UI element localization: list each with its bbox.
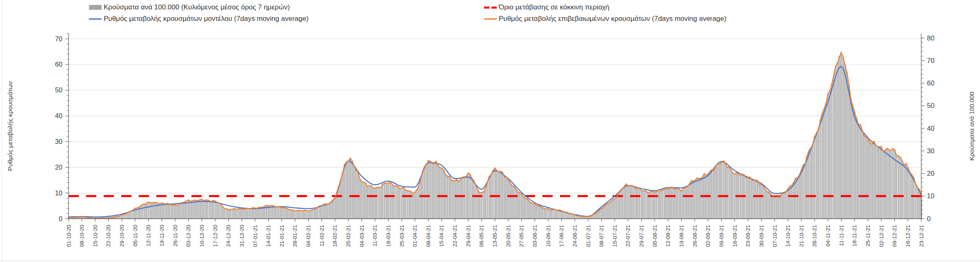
svg-text:23-09-21: 23-09-21 <box>745 225 751 247</box>
svg-text:10-12-20: 10-12-20 <box>199 225 205 247</box>
bars-series <box>68 52 922 219</box>
svg-text:22-10-20: 22-10-20 <box>105 225 111 247</box>
svg-text:15-04-21: 15-04-21 <box>438 225 444 247</box>
svg-text:17-06-21: 17-06-21 <box>558 225 564 247</box>
svg-text:30: 30 <box>55 138 62 145</box>
svg-text:0: 0 <box>927 215 931 222</box>
svg-text:28-10-21: 28-10-21 <box>811 225 818 247</box>
svg-text:26-11-20: 26-11-20 <box>172 225 178 246</box>
svg-text:29-10-20: 29-10-20 <box>119 225 125 247</box>
svg-text:08-07-21: 08-07-21 <box>598 225 604 247</box>
y-axis-left-title: Ρυθμός μεταβολής κρουσμάτων <box>7 81 13 171</box>
svg-text:07-01-21: 07-01-21 <box>252 225 258 247</box>
svg-text:05-11-20: 05-11-20 <box>132 225 138 246</box>
svg-text:10-06-21: 10-06-21 <box>545 225 551 247</box>
svg-text:27-05-21: 27-05-21 <box>518 225 524 247</box>
svg-text:18-02-21: 18-02-21 <box>332 225 338 247</box>
svg-text:01-10-20: 01-10-20 <box>66 225 72 247</box>
svg-text:31-12-20: 31-12-20 <box>239 225 245 247</box>
svg-text:08-10-20: 08-10-20 <box>79 225 85 247</box>
svg-text:11-03-21: 11-03-21 <box>372 225 378 246</box>
svg-text:23-12-21: 23-12-21 <box>918 225 924 247</box>
svg-text:60: 60 <box>927 79 934 87</box>
chart-figure: Κρούσματα ανά 100.000 (Κυλιόμενος μέσος … <box>0 0 980 262</box>
svg-text:10: 10 <box>927 192 934 199</box>
svg-text:20: 20 <box>927 170 934 177</box>
svg-text:17-12-20: 17-12-20 <box>212 225 218 247</box>
svg-text:03-12-20: 03-12-20 <box>185 225 191 247</box>
svg-text:13-05-21: 13-05-21 <box>492 225 498 247</box>
svg-text:24-12-20: 24-12-20 <box>225 225 231 247</box>
svg-text:12-08-21: 12-08-21 <box>665 225 671 247</box>
svg-text:21-01-21: 21-01-21 <box>279 225 285 247</box>
svg-text:25-02-21: 25-02-21 <box>345 225 351 247</box>
legend-item-cases-per-100k: Κρούσματα ανά 100.000 (Κυλιόμενος μέσος … <box>89 3 290 12</box>
svg-text:11-02-21: 11-02-21 <box>319 225 325 246</box>
svg-text:09-12-21: 09-12-21 <box>891 225 898 247</box>
svg-text:70: 70 <box>927 57 934 64</box>
svg-text:01-04-21: 01-04-21 <box>412 225 418 247</box>
legend-item-red-zone-threshold: Όριο μετάβασης σε κόκκινη περιοχή <box>484 3 609 12</box>
svg-text:15-07-21: 15-07-21 <box>612 225 618 247</box>
svg-text:28-01-21: 28-01-21 <box>292 225 298 247</box>
svg-text:02-09-21: 02-09-21 <box>705 225 711 247</box>
svg-text:30-09-21: 30-09-21 <box>758 225 764 247</box>
legend-label: Ρυθμός μεταβολής κρουσμάτων μοντέλου (7d… <box>104 15 309 23</box>
svg-text:21-10-21: 21-10-21 <box>798 225 804 247</box>
svg-text:04-02-21: 04-02-21 <box>305 225 311 247</box>
svg-text:18-11-21: 18-11-21 <box>851 225 858 246</box>
legend-item-model-rate: Ρυθμός μεταβολής κρουσμάτων μοντέλου (7d… <box>89 14 309 23</box>
svg-text:06-05-21: 06-05-21 <box>478 225 484 247</box>
legend-label: Ρυθμός μεταβολής επιβεβαιωμένων κρουσμάτ… <box>499 15 727 23</box>
svg-text:14-10-21: 14-10-21 <box>785 225 791 247</box>
svg-text:03-06-21: 03-06-21 <box>532 225 538 247</box>
x-axis-date-labels: 01-10-2008-10-2015-10-2022-10-2029-10-20… <box>66 225 924 247</box>
svg-text:80: 80 <box>927 34 934 42</box>
svg-text:24-06-21: 24-06-21 <box>572 225 578 247</box>
figure-left-border <box>2 0 2 262</box>
svg-text:22-04-21: 22-04-21 <box>452 225 458 247</box>
svg-text:04-11-21: 04-11-21 <box>825 225 831 246</box>
svg-text:09-09-21: 09-09-21 <box>718 225 724 247</box>
figure-bottom-border <box>0 260 980 261</box>
svg-text:01-07-21: 01-07-21 <box>585 225 591 247</box>
svg-text:25-03-21: 25-03-21 <box>399 225 405 247</box>
svg-text:05-08-21: 05-08-21 <box>652 225 658 247</box>
svg-text:26-08-21: 26-08-21 <box>692 225 698 247</box>
y-axis-right-title: Κρούσματα ανά 100.000 <box>968 92 975 161</box>
svg-text:16-12-21: 16-12-21 <box>905 225 911 247</box>
svg-text:18-03-21: 18-03-21 <box>385 225 391 247</box>
svg-text:12-11-20: 12-11-20 <box>145 225 151 246</box>
svg-text:20-05-21: 20-05-21 <box>505 225 511 247</box>
svg-text:19-11-20: 19-11-20 <box>159 225 165 246</box>
legend-label: Όριο μετάβασης σε κόκκινη περιοχή <box>499 3 609 11</box>
svg-text:29-04-21: 29-04-21 <box>465 225 471 247</box>
y-axis-left-labels: 010203040506070 <box>55 35 62 222</box>
svg-text:15-10-20: 15-10-20 <box>92 225 98 247</box>
svg-text:08-04-21: 08-04-21 <box>425 225 431 247</box>
legend-label: Κρούσματα ανά 100.000 (Κυλιόμενος μέσος … <box>104 3 290 11</box>
gray-bar-swatch <box>89 5 102 10</box>
svg-text:70: 70 <box>55 35 62 43</box>
y-axis-right-labels: 01020304050607080 <box>927 34 934 222</box>
svg-text:50: 50 <box>927 102 934 109</box>
orange-line-swatch <box>484 18 497 20</box>
svg-text:50: 50 <box>55 86 62 94</box>
svg-text:11-11-21: 11-11-21 <box>838 225 844 246</box>
svg-text:22-07-21: 22-07-21 <box>625 225 631 247</box>
svg-text:40: 40 <box>927 125 934 132</box>
svg-text:29-07-21: 29-07-21 <box>638 225 644 247</box>
svg-text:14-01-21: 14-01-21 <box>265 225 271 247</box>
svg-text:0: 0 <box>59 215 62 222</box>
svg-text:19-08-21: 19-08-21 <box>678 225 684 247</box>
svg-text:02-12-21: 02-12-21 <box>878 225 884 247</box>
chart-canvas: 010203040506070 01020304050607080 01-10-… <box>0 0 980 262</box>
svg-text:20: 20 <box>55 163 62 171</box>
svg-text:40: 40 <box>55 112 62 119</box>
legend-item-confirmed-rate: Ρυθμός μεταβολής επιβεβαιωμένων κρουσμάτ… <box>484 14 727 23</box>
red-dash-swatch <box>484 7 497 9</box>
svg-text:30: 30 <box>927 147 934 155</box>
svg-text:10: 10 <box>55 189 62 197</box>
svg-text:25-11-21: 25-11-21 <box>865 225 871 246</box>
svg-text:04-03-21: 04-03-21 <box>359 225 365 247</box>
